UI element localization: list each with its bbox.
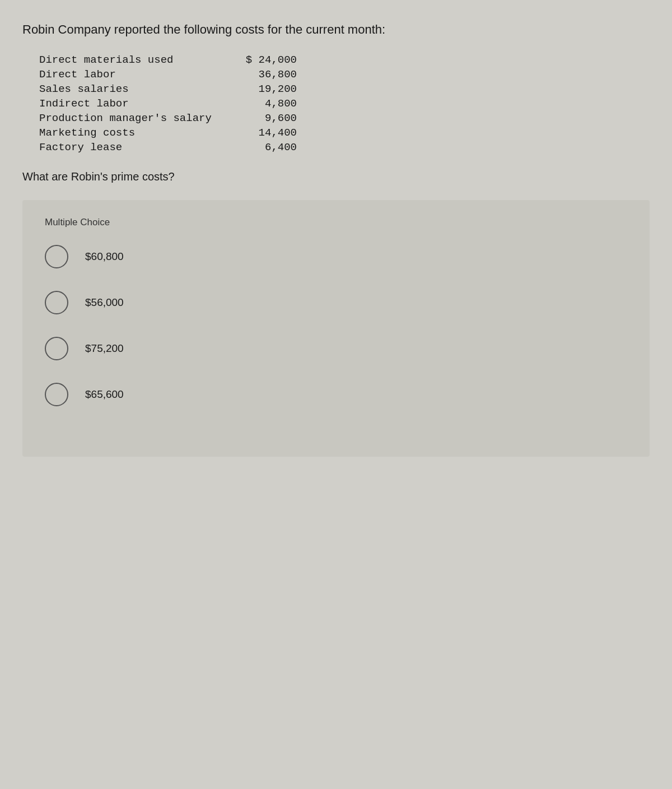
cost-row: Direct labor36,800: [39, 68, 650, 81]
radio-button-1[interactable]: [45, 245, 68, 268]
cost-row: Production manager's salary9,600: [39, 112, 650, 124]
choice-text-4: $65,600: [85, 388, 124, 401]
cost-label: Indirect labor: [39, 98, 230, 110]
cost-value: 9,600: [230, 112, 297, 124]
cost-value: 36,800: [230, 68, 297, 81]
radio-button-2[interactable]: [45, 291, 68, 314]
cost-label: Sales salaries: [39, 83, 230, 95]
radio-button-3[interactable]: [45, 337, 68, 360]
choice-text-2: $56,000: [85, 296, 124, 309]
cost-value: $ 24,000: [230, 54, 297, 66]
multiple-choice-label: Multiple Choice: [45, 217, 627, 228]
cost-label: Marketing costs: [39, 127, 230, 139]
cost-row: Sales salaries19,200: [39, 83, 650, 95]
cost-value: 4,800: [230, 98, 297, 110]
cost-value: 19,200: [230, 83, 297, 95]
page-container: Robin Company reported the following cos…: [22, 22, 650, 789]
choice-option-4[interactable]: $65,600: [45, 383, 627, 406]
choice-text-3: $75,200: [85, 342, 124, 355]
cost-label: Production manager's salary: [39, 112, 230, 124]
cost-row: Factory lease6,400: [39, 141, 650, 154]
choice-option-1[interactable]: $60,800: [45, 245, 627, 268]
radio-button-4[interactable]: [45, 383, 68, 406]
cost-row: Direct materials used$ 24,000: [39, 54, 650, 66]
choice-option-2[interactable]: $56,000: [45, 291, 627, 314]
cost-row: Indirect labor4,800: [39, 98, 650, 110]
choice-option-3[interactable]: $75,200: [45, 337, 627, 360]
cost-value: 14,400: [230, 127, 297, 139]
choice-text-1: $60,800: [85, 250, 124, 263]
cost-row: Marketing costs14,400: [39, 127, 650, 139]
cost-value: 6,400: [230, 141, 297, 154]
prime-costs-question: What are Robin's prime costs?: [22, 170, 650, 183]
cost-label: Factory lease: [39, 141, 230, 154]
cost-label: Direct materials used: [39, 54, 230, 66]
question-text: Robin Company reported the following cos…: [22, 22, 650, 37]
choices-list: $60,800$56,000$75,200$65,600: [45, 245, 627, 406]
multiple-choice-container: Multiple Choice $60,800$56,000$75,200$65…: [22, 200, 650, 457]
cost-label: Direct labor: [39, 68, 230, 81]
cost-table: Direct materials used$ 24,000Direct labo…: [39, 54, 650, 154]
